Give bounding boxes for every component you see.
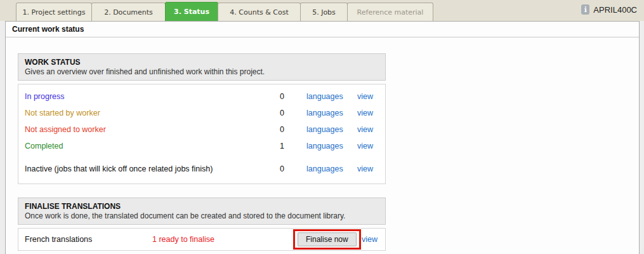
project-code-label: APRIL400C	[593, 5, 637, 15]
finalise-description: Once work is done, the translated docume…	[25, 211, 379, 221]
status-count: 1	[259, 142, 284, 150]
ready-to-finalise-status: 1 ready to finalise	[120, 235, 247, 244]
tab-strip: 1. Project settings 2. Documents 3. Stat…	[0, 0, 644, 21]
status-count: 0	[259, 109, 284, 117]
status-label: In progress	[25, 92, 65, 101]
view-link[interactable]: view	[357, 125, 373, 134]
languages-link[interactable]: languages	[306, 109, 343, 117]
view-link[interactable]: view	[357, 164, 373, 173]
tab-project-settings[interactable]: 1. Project settings	[16, 3, 92, 21]
work-status-table: In progress 0 languages view Not started…	[18, 84, 386, 184]
status-count: 0	[259, 164, 284, 173]
languages-link[interactable]: languages	[306, 125, 343, 134]
view-link[interactable]: view	[362, 235, 378, 244]
tab-jobs[interactable]: 5. Jobs	[300, 3, 348, 21]
languages-link[interactable]: languages	[306, 142, 343, 150]
finalise-now-button[interactable]: Finalise now	[298, 232, 357, 246]
table-row: In progress 0 languages view	[18, 88, 385, 105]
finalise-language-label: French translations	[25, 235, 92, 244]
status-label: Not started by worker	[25, 109, 100, 117]
languages-link[interactable]: languages	[306, 164, 343, 173]
status-label: Not assigned to worker	[25, 125, 106, 134]
tab-label: 2. Documents	[104, 8, 153, 17]
table-row: Not started by worker 0 languages view	[18, 105, 385, 121]
tab-status[interactable]: 3. Status	[165, 2, 218, 21]
status-label: Inactive (jobs that will kick off once r…	[25, 164, 213, 173]
row-spacer	[18, 154, 385, 161]
status-count: 0	[259, 125, 284, 134]
main-panel: Current work status WORK STATUS Gives an…	[5, 21, 640, 254]
finalise-title: FINALISE TRANSLATIONS	[25, 201, 379, 211]
tab-label: 3. Status	[174, 8, 209, 16]
page-title: Current work status	[6, 22, 639, 37]
status-label: Completed	[25, 142, 63, 150]
languages-link[interactable]: languages	[306, 92, 343, 101]
info-icon: i	[581, 4, 589, 15]
tab-reference-material[interactable]: Reference material	[347, 3, 433, 21]
view-link[interactable]: view	[357, 109, 373, 117]
content-area: WORK STATUS Gives an overview over finis…	[6, 53, 639, 251]
table-row: Inactive (jobs that will kick off once r…	[18, 161, 385, 177]
table-row: Not assigned to worker 0 languages view	[18, 121, 385, 138]
project-code: i APRIL400C	[581, 4, 637, 15]
work-status-title: WORK STATUS	[25, 57, 379, 67]
tab-label: 4. Counts & Cost	[230, 8, 288, 17]
view-link[interactable]: view	[357, 92, 373, 101]
finalise-header: FINALISE TRANSLATIONS Once work is done,…	[18, 197, 386, 225]
tab-documents[interactable]: 2. Documents	[91, 3, 166, 21]
status-count: 0	[259, 92, 284, 101]
table-row: Completed 1 languages view	[18, 138, 385, 154]
red-highlight-annotation: Finalise now	[293, 229, 361, 250]
tab-bar: 1. Project settings 2. Documents 3. Stat…	[16, 2, 433, 21]
tab-label: Reference material	[357, 8, 424, 17]
work-status-header: WORK STATUS Gives an overview over finis…	[18, 53, 386, 81]
tab-label: 5. Jobs	[312, 8, 336, 17]
tab-counts-cost[interactable]: 4. Counts & Cost	[218, 3, 301, 21]
finalise-row: French translations 1 ready to finalise …	[18, 228, 386, 251]
tab-label: 1. Project settings	[23, 8, 86, 17]
work-status-description: Gives an overview over finished and unfi…	[25, 67, 379, 77]
view-link[interactable]: view	[357, 142, 373, 150]
